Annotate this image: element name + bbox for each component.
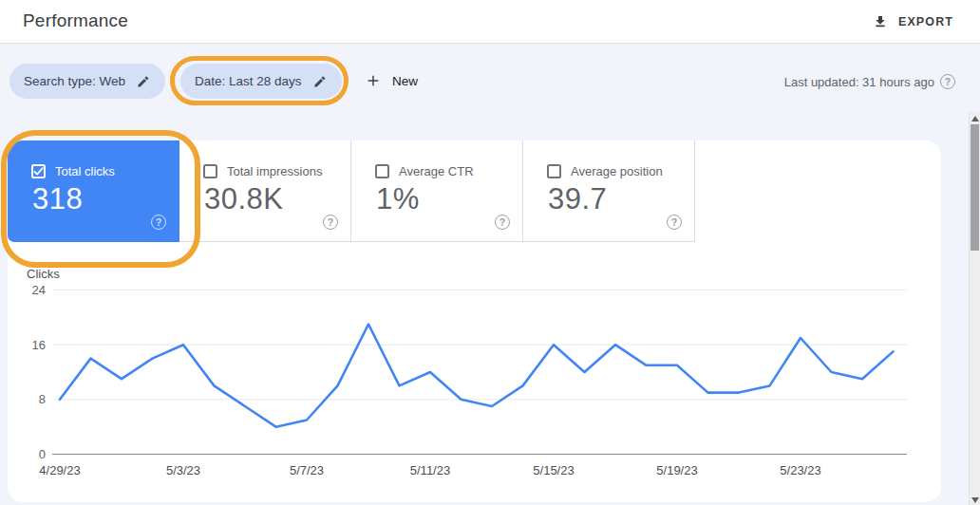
search-type-chip[interactable]: Search type: Web xyxy=(9,64,165,99)
metrics-row: Total clicks 318 ? Total impressions 30.… xyxy=(8,140,941,242)
svg-text:8: 8 xyxy=(39,392,46,406)
scrollbar-up-arrow-icon[interactable] xyxy=(971,116,979,122)
svg-text:5/7/23: 5/7/23 xyxy=(290,463,324,477)
export-button[interactable]: EXPORT xyxy=(873,9,953,35)
metric-value: 39.7 xyxy=(548,182,607,216)
metric-card-average-ctr[interactable]: Average CTR 1% ? xyxy=(351,140,523,242)
date-filter-chip-label: Date: Last 28 days xyxy=(195,74,302,88)
export-label: EXPORT xyxy=(898,15,953,28)
top-app-bar: Performance EXPORT xyxy=(0,0,980,44)
metric-card-total-impressions[interactable]: Total impressions 30.8K ? xyxy=(179,140,351,242)
svg-text:16: 16 xyxy=(32,338,46,352)
filter-bar: Search type: Web Date: Last 28 days New … xyxy=(0,45,980,140)
metric-label: Average CTR xyxy=(399,164,474,178)
scrollbar-down-arrow-icon[interactable] xyxy=(971,497,979,503)
help-icon[interactable]: ? xyxy=(940,74,955,89)
svg-text:5/15/23: 5/15/23 xyxy=(533,463,574,477)
metric-card-total-clicks[interactable]: Total clicks 318 ? xyxy=(8,140,179,242)
svg-text:5/3/23: 5/3/23 xyxy=(166,463,200,477)
pencil-icon[interactable] xyxy=(312,74,328,89)
metric-label: Total clicks xyxy=(55,164,115,178)
svg-text:5/23/23: 5/23/23 xyxy=(780,463,820,477)
metric-value: 30.8K xyxy=(204,182,284,216)
help-icon[interactable]: ? xyxy=(667,215,682,230)
svg-text:5/19/23: 5/19/23 xyxy=(656,463,697,477)
help-icon[interactable]: ? xyxy=(495,215,510,230)
help-icon[interactable]: ? xyxy=(323,215,338,230)
metric-card-average-position[interactable]: Average position 39.7 ? xyxy=(523,140,695,242)
svg-text:5/11/23: 5/11/23 xyxy=(410,463,450,477)
new-filter-label: New xyxy=(392,74,418,88)
average-position-checkbox[interactable] xyxy=(547,164,561,178)
total-clicks-checkbox[interactable] xyxy=(31,164,46,178)
pencil-icon[interactable] xyxy=(136,74,151,89)
metric-value: 318 xyxy=(32,182,83,216)
search-type-chip-label: Search type: Web xyxy=(24,74,125,88)
help-icon[interactable]: ? xyxy=(151,215,166,230)
metric-label: Total impressions xyxy=(227,164,322,178)
scrollbar[interactable] xyxy=(969,112,980,505)
last-updated-text: Last updated: 31 hours ago ? xyxy=(784,74,955,89)
page-title: Performance xyxy=(23,10,128,31)
scrollbar-thumb[interactable] xyxy=(971,124,979,251)
svg-text:4/29/23: 4/29/23 xyxy=(39,463,80,477)
metric-value: 1% xyxy=(376,182,420,216)
checkmark-icon xyxy=(33,166,44,177)
total-impressions-checkbox[interactable] xyxy=(203,164,217,178)
clicks-line-chart: 0816244/29/235/3/235/7/235/11/235/15/235… xyxy=(0,256,961,505)
date-filter-chip[interactable]: Date: Last 28 days xyxy=(180,64,342,99)
average-ctr-checkbox[interactable] xyxy=(375,164,389,178)
plus-icon xyxy=(366,73,381,88)
svg-text:0: 0 xyxy=(39,447,46,461)
new-filter-button[interactable]: New xyxy=(366,67,418,94)
metric-label: Average position xyxy=(571,164,663,178)
svg-text:24: 24 xyxy=(32,283,46,297)
download-icon xyxy=(873,14,888,29)
